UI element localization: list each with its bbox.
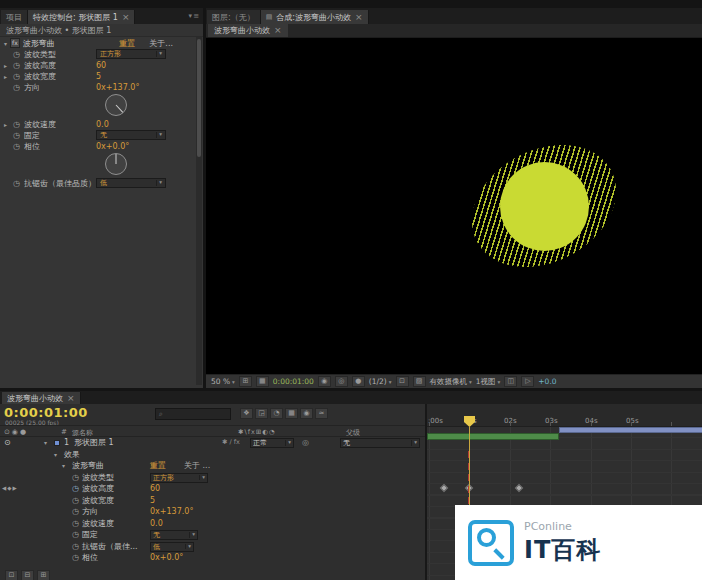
property-value[interactable]: 0x+0.0° bbox=[150, 552, 183, 564]
twirl-down-icon[interactable]: ▾ bbox=[4, 40, 7, 47]
transparency-grid-icon[interactable]: ▦ bbox=[256, 376, 269, 387]
tab-effect-controls[interactable]: 特效控制台: 形状图层 1 × bbox=[28, 10, 135, 24]
hide-shy-layers-icon[interactable]: ◔ bbox=[270, 408, 283, 419]
tl-property-row-wave-speed[interactable]: ◷ 波纹速度 0.0 bbox=[0, 518, 426, 530]
tl-property-row-direction[interactable]: ◷ 方向 0x+137.0° bbox=[0, 506, 426, 518]
search-box[interactable]: ⌕ bbox=[155, 408, 231, 420]
wave-type-dropdown[interactable]: 正方形▾ bbox=[150, 473, 208, 483]
about-button[interactable]: 关于 ... bbox=[184, 460, 210, 472]
stopwatch-icon[interactable]: ◷ bbox=[72, 529, 79, 541]
nav-right-icon[interactable]: ▶ bbox=[12, 485, 17, 491]
layer-row[interactable]: ⊙ ▾ 1 形状图层 1 ✱ / fx 正常▾ ◎ 无▾ bbox=[0, 437, 426, 449]
current-timecode[interactable]: 0:00:01:00 bbox=[4, 405, 88, 420]
graph-toggle-icon[interactable]: ⊟ bbox=[21, 570, 34, 580]
graph-editor-icon[interactable]: ≈ bbox=[315, 408, 328, 419]
channels-icon[interactable]: ● bbox=[352, 376, 365, 387]
exposure-value[interactable]: +0.0 bbox=[538, 377, 556, 386]
stopwatch-icon[interactable]: ◷ bbox=[13, 141, 20, 152]
stopwatch-icon[interactable]: ◷ bbox=[13, 60, 20, 71]
property-value[interactable]: 5 bbox=[150, 495, 155, 507]
stopwatch-icon[interactable]: ◷ bbox=[72, 506, 79, 518]
wave-type-dropdown[interactable]: 正方形 ▾ bbox=[96, 49, 166, 59]
stopwatch-icon[interactable]: ◷ bbox=[13, 49, 20, 60]
view-layout-dropdown[interactable]: 1视图▾ bbox=[476, 377, 501, 387]
property-value[interactable]: 0x+0.0° bbox=[96, 141, 129, 152]
tl-property-row-wave-height[interactable]: ◀◆▶ ◷ 波纹高度 60 bbox=[0, 483, 426, 495]
composition-canvas[interactable] bbox=[206, 38, 702, 374]
about-button[interactable]: 关于... bbox=[149, 38, 173, 49]
layer-switches-icon[interactable]: ✱ / fx bbox=[222, 437, 240, 449]
property-value[interactable]: 0.0 bbox=[96, 119, 109, 130]
layer-label-chip[interactable] bbox=[54, 440, 60, 446]
stopwatch-icon[interactable]: ◷ bbox=[72, 552, 79, 564]
safe-areas-icon[interactable]: ⊞ bbox=[239, 376, 252, 387]
stopwatch-icon[interactable]: ◷ bbox=[13, 130, 20, 141]
tab-timeline-comp[interactable]: 波形弯曲小动效 × bbox=[2, 392, 81, 404]
property-value[interactable]: 0.0 bbox=[150, 518, 163, 530]
antialiasing-dropdown[interactable]: 低▾ bbox=[150, 542, 194, 552]
twirl-right-icon[interactable]: ▸ bbox=[4, 73, 7, 81]
pixel-aspect-icon[interactable]: ◫ bbox=[504, 376, 517, 387]
stopwatch-icon[interactable]: ◷ bbox=[72, 541, 79, 553]
phase-dial[interactable] bbox=[105, 153, 127, 175]
eye-icon[interactable]: ⊙ bbox=[4, 437, 11, 449]
property-value[interactable]: 0x+137.0° bbox=[150, 506, 193, 518]
fast-preview-icon[interactable]: ▷ bbox=[521, 376, 534, 387]
blend-mode-dropdown[interactable]: 正常▾ bbox=[250, 438, 294, 448]
stopwatch-icon[interactable]: ◷ bbox=[72, 483, 79, 495]
snapshot-icon[interactable]: ◉ bbox=[318, 376, 331, 387]
close-icon[interactable]: × bbox=[122, 13, 130, 22]
effects-group-row[interactable]: ▾ 效果 bbox=[0, 449, 426, 461]
reset-button[interactable]: 重置 bbox=[150, 460, 166, 472]
property-value[interactable]: 60 bbox=[150, 483, 160, 495]
pinning-dropdown[interactable]: 无▾ bbox=[150, 530, 198, 540]
layer-name[interactable]: 形状图层 1 bbox=[74, 437, 114, 449]
frame-blend-icon[interactable]: ▦ bbox=[285, 408, 298, 419]
expand-layer-pane-icon[interactable]: ⊡ bbox=[5, 570, 18, 580]
close-icon[interactable]: × bbox=[355, 13, 363, 22]
property-value[interactable]: 0x+137.0° bbox=[96, 82, 139, 93]
tl-property-row-antialiasing[interactable]: ◷ 抗锯齿（最佳... 低▾ bbox=[0, 541, 426, 553]
panel-menu-icon[interactable]: ▾≡ bbox=[189, 12, 199, 20]
twirl-down-icon[interactable]: ▾ bbox=[54, 449, 57, 461]
tab-comp-viewer[interactable]: ▤ 合成:波形弯曲小动效 × bbox=[261, 10, 369, 24]
stopwatch-icon[interactable]: ◷ bbox=[13, 119, 20, 130]
work-area-bar[interactable] bbox=[559, 427, 702, 433]
effect-enable-icon[interactable]: fx bbox=[10, 38, 20, 47]
show-snapshot-icon[interactable]: ◎ bbox=[335, 376, 348, 387]
grid-guides-icon[interactable]: ▨ bbox=[413, 376, 426, 387]
property-value[interactable]: 60 bbox=[96, 60, 106, 71]
comp-name-tab[interactable]: 波形弯曲小动效 × bbox=[208, 24, 288, 37]
twirl-right-icon[interactable]: ▸ bbox=[4, 62, 7, 70]
pinning-dropdown[interactable]: 无 ▾ bbox=[96, 130, 166, 140]
stopwatch-icon[interactable]: ◷ bbox=[13, 82, 20, 93]
tl-property-row-phase[interactable]: ◷ 相位 0x+0.0° bbox=[0, 552, 426, 564]
motion-blur-icon[interactable]: ◉ bbox=[300, 408, 313, 419]
twirl-down-icon[interactable]: ▾ bbox=[62, 460, 65, 472]
stopwatch-icon[interactable]: ◷ bbox=[13, 178, 20, 189]
property-value[interactable]: 5 bbox=[96, 71, 101, 82]
stopwatch-icon[interactable]: ◷ bbox=[72, 495, 79, 507]
tl-property-row-wave-type[interactable]: ◷ 波纹类型 正方形▾ bbox=[0, 472, 426, 484]
close-icon[interactable]: × bbox=[67, 394, 75, 403]
scrollbar-thumb[interactable] bbox=[197, 39, 201, 157]
keyframe-navigator[interactable]: ◀◆▶ bbox=[2, 483, 18, 495]
effect-row[interactable]: ▾ 波形弯曲 重置 关于 ... bbox=[0, 460, 426, 472]
viewer-timecode[interactable]: 0:00:01:00 bbox=[273, 377, 314, 386]
composition-flowchart-icon[interactable]: ❖ bbox=[240, 408, 253, 419]
scrollbar[interactable] bbox=[196, 37, 202, 385]
zoom-dropdown[interactable]: 50 %▾ bbox=[211, 377, 235, 386]
direction-dial[interactable] bbox=[105, 94, 127, 116]
draft-3d-icon[interactable]: ◲ bbox=[255, 408, 268, 419]
camera-dropdown[interactable]: 有效摄像机▾ bbox=[430, 377, 472, 387]
twirl-right-icon[interactable]: ▸ bbox=[4, 121, 7, 129]
region-of-interest-icon[interactable]: ⊡ bbox=[396, 376, 409, 387]
twirl-down-icon[interactable]: ▾ bbox=[44, 437, 47, 449]
antialiasing-dropdown[interactable]: 低 ▾ bbox=[96, 178, 166, 188]
tl-property-row-wave-width[interactable]: ◷ 波纹宽度 5 bbox=[0, 495, 426, 507]
parent-dropdown[interactable]: 无▾ bbox=[340, 438, 420, 448]
layer-duration-bar[interactable] bbox=[427, 433, 559, 440]
stopwatch-icon[interactable]: ◷ bbox=[72, 472, 79, 484]
tab-layer-viewer[interactable]: 图层:（无） bbox=[207, 10, 261, 24]
pickwhip-icon[interactable]: ◎ bbox=[302, 437, 309, 449]
